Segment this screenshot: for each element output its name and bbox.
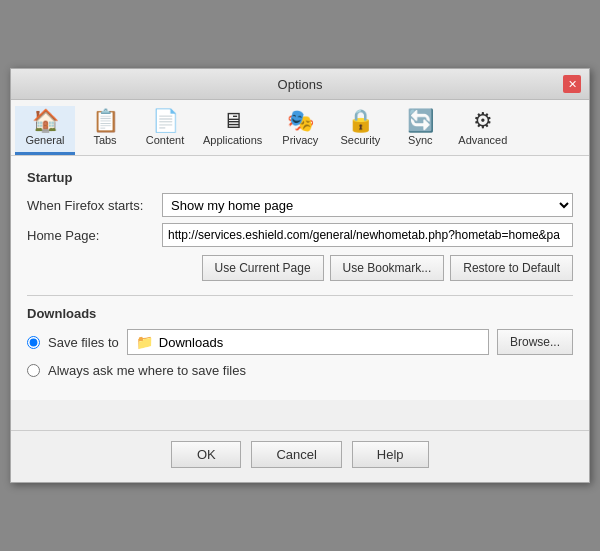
sync-icon: 🔄	[407, 110, 434, 132]
divider	[27, 295, 573, 296]
startup-select[interactable]: Show my home page	[162, 193, 573, 217]
tab-content[interactable]: 📄 Content	[135, 106, 195, 155]
homepage-buttons: Use Current Page Use Bookmark... Restore…	[162, 255, 573, 281]
footer: OK Cancel Help	[11, 430, 589, 482]
general-icon: 🏠	[32, 110, 59, 132]
tabs-icon: 📋	[92, 110, 119, 132]
download-folder-name: Downloads	[159, 335, 223, 350]
privacy-icon: 🎭	[287, 110, 314, 132]
save-files-radio[interactable]	[27, 336, 40, 349]
tab-security-label: Security	[340, 134, 380, 146]
tab-tabs[interactable]: 📋 Tabs	[75, 106, 135, 155]
downloads-section-label: Downloads	[27, 306, 573, 321]
tab-privacy[interactable]: 🎭 Privacy	[270, 106, 330, 155]
home-page-label: Home Page:	[27, 228, 162, 243]
download-path-display: 📁 Downloads	[127, 329, 489, 355]
title-bar: Options ✕	[11, 69, 589, 100]
window-title: Options	[37, 77, 563, 92]
security-icon: 🔒	[347, 110, 374, 132]
ask-save-row: Always ask me where to save files	[27, 363, 573, 378]
tab-applications[interactable]: 🖥 Applications	[195, 106, 270, 155]
tab-content-label: Content	[146, 134, 185, 146]
main-content: Startup When Firefox starts: Show my hom…	[11, 156, 589, 400]
tab-applications-label: Applications	[203, 134, 262, 146]
help-button[interactable]: Help	[352, 441, 429, 468]
applications-icon: 🖥	[222, 110, 244, 132]
cancel-button[interactable]: Cancel	[251, 441, 341, 468]
tab-sync[interactable]: 🔄 Sync	[390, 106, 450, 155]
startup-row: When Firefox starts: Show my home page	[27, 193, 573, 217]
home-url-input[interactable]	[162, 223, 573, 247]
ask-save-radio[interactable]	[27, 364, 40, 377]
homepage-row: Home Page:	[27, 223, 573, 247]
folder-icon: 📁	[136, 334, 153, 350]
tab-advanced[interactable]: ⚙ Advanced	[450, 106, 515, 155]
close-button[interactable]: ✕	[563, 75, 581, 93]
content-icon: 📄	[152, 110, 179, 132]
advanced-icon: ⚙	[473, 110, 493, 132]
save-files-label: Save files to	[48, 335, 119, 350]
tab-sync-label: Sync	[408, 134, 432, 146]
ask-save-label: Always ask me where to save files	[48, 363, 246, 378]
save-files-row: Save files to 📁 Downloads Browse...	[27, 329, 573, 355]
tab-tabs-label: Tabs	[93, 134, 116, 146]
use-current-page-button[interactable]: Use Current Page	[202, 255, 324, 281]
tab-advanced-label: Advanced	[458, 134, 507, 146]
ok-button[interactable]: OK	[171, 441, 241, 468]
when-starts-label: When Firefox starts:	[27, 198, 162, 213]
browse-button[interactable]: Browse...	[497, 329, 573, 355]
startup-section-label: Startup	[27, 170, 573, 185]
restore-default-button[interactable]: Restore to Default	[450, 255, 573, 281]
tab-security[interactable]: 🔒 Security	[330, 106, 390, 155]
toolbar: 🏠 General 📋 Tabs 📄 Content 🖥 Application…	[11, 100, 589, 156]
tab-general[interactable]: 🏠 General	[15, 106, 75, 155]
options-window: Options ✕ 🏠 General 📋 Tabs 📄 Content 🖥 A…	[10, 68, 590, 483]
tab-general-label: General	[25, 134, 64, 146]
downloads-section: Downloads Save files to 📁 Downloads Brow…	[27, 306, 573, 378]
tab-privacy-label: Privacy	[282, 134, 318, 146]
use-bookmark-button[interactable]: Use Bookmark...	[330, 255, 445, 281]
